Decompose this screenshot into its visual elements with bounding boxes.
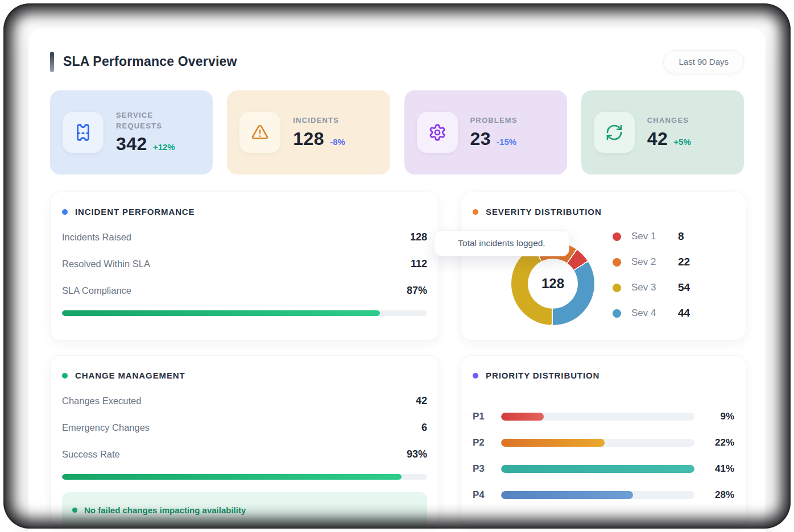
bar-track	[501, 491, 694, 499]
bar-label: P4	[473, 489, 499, 501]
bar-track	[501, 465, 694, 473]
severity-legend: Sev 1 8 Sev 2 22 Sev 3 54 Sev 4 44	[613, 230, 690, 332]
bar-label: P3	[473, 463, 499, 475]
kpi-value: 342	[116, 134, 147, 155]
bar-percent: 9%	[706, 411, 734, 422]
metric-label: Success Rate	[62, 449, 120, 460]
kpi-delta: +5%	[673, 137, 690, 147]
page-title: SLA Performance Overview	[63, 54, 237, 69]
metric-value: 128	[410, 231, 427, 243]
legend-item: Sev 4 44	[613, 306, 690, 320]
metric-row: Resolved Within SLA 112	[62, 258, 427, 270]
metric-value: 112	[411, 258, 427, 270]
kpi-delta: -15%	[497, 137, 516, 147]
legend-item: Sev 1 8	[613, 230, 690, 243]
kpi-card-service-requests: SERVICE REQUESTS 342 +12%	[50, 90, 213, 174]
metric-value: 6	[421, 422, 427, 434]
panel-title: PRIORITY DISTRIBUTION	[486, 371, 599, 380]
metric-row: Incidents Raised 128	[62, 231, 427, 243]
legend-label: Sev 1	[631, 231, 667, 242]
callout-text: No failed changes impacting availability	[84, 505, 246, 515]
purple-dot-icon	[473, 373, 478, 379]
legend-label: Sev 2	[631, 256, 667, 268]
legend-label: Sev 4	[631, 307, 667, 319]
success-rate-progress-fill	[62, 474, 402, 480]
change-management-panel: CHANGE MANAGEMENT Changes Executed 42 Em…	[50, 355, 439, 526]
bar-track	[501, 439, 694, 447]
orange-dot-icon	[473, 209, 478, 215]
metric-label: SLA Compliance	[62, 285, 131, 296]
sev1-dot-icon	[613, 232, 621, 241]
sev3-dot-icon	[613, 284, 621, 292]
title-accent-bar	[50, 52, 54, 72]
panel-title: SEVERITY DISTRIBUTION	[486, 207, 602, 217]
panel-title: INCIDENT PERFORMANCE	[75, 207, 195, 217]
legend-value: 44	[678, 307, 690, 319]
no-failed-changes-callout: No failed changes impacting availability	[62, 492, 427, 527]
kpi-card-incidents: INCIDENTS 128 -8%	[227, 90, 390, 174]
metric-row: Changes Executed 42	[62, 395, 427, 407]
metric-label: Incidents Raised	[62, 232, 131, 243]
bar-track	[501, 413, 694, 421]
kpi-delta: +12%	[153, 142, 175, 152]
severity-distribution-panel: SEVERITY DISTRIBUTION 128 Sev 1 8 Sev 2 …	[461, 192, 746, 340]
kpi-delta: -8%	[330, 137, 345, 147]
bar-fill	[501, 413, 544, 421]
legend-item: Sev 2 22	[613, 255, 690, 269]
metric-row: SLA Compliance 87%	[62, 285, 427, 297]
kpi-value: 23	[470, 128, 491, 149]
green-dot-icon	[72, 508, 77, 513]
metric-row: Success Rate 93%	[62, 448, 427, 460]
priority-bar-row: P1 9%	[473, 412, 734, 421]
metric-label: Resolved Within SLA	[62, 259, 150, 269]
chart-tooltip: Total incidents logged.	[434, 230, 569, 256]
metric-label: Changes Executed	[62, 396, 141, 406]
priority-distribution-panel: PRIORITY DISTRIBUTION P1 9% P2 22% P3 41…	[461, 355, 746, 526]
legend-item: Sev 3 54	[613, 281, 690, 294]
kpi-card-changes: CHANGES 42 +5%	[581, 90, 744, 174]
metric-value: 87%	[407, 285, 427, 297]
bar-label: P1	[473, 411, 499, 422]
blue-dot-icon	[62, 209, 68, 215]
legend-value: 54	[678, 281, 690, 294]
bar-fill	[501, 439, 605, 447]
kpi-card-problems: PROBLEMS 23 -15%	[404, 90, 567, 174]
bar-percent: 22%	[706, 437, 734, 448]
legend-value: 8	[678, 230, 684, 243]
success-rate-progress-track	[62, 474, 427, 480]
sla-compliance-progress-track	[62, 310, 427, 316]
bar-fill	[501, 465, 694, 473]
priority-bar-row: P3 41%	[473, 464, 734, 473]
metric-value: 93%	[407, 448, 427, 460]
metric-value: 42	[416, 395, 427, 407]
kpi-row: SERVICE REQUESTS 342 +12% INCIDENTS 128 …	[50, 90, 744, 174]
kpi-value: 128	[293, 128, 324, 149]
ticket-icon	[63, 112, 104, 153]
metric-row: Emergency Changes 6	[62, 422, 427, 434]
date-range-button[interactable]: Last 90 Days	[663, 50, 744, 73]
gear-icon	[417, 112, 458, 153]
incident-performance-panel: INCIDENT PERFORMANCE Incidents Raised 12…	[50, 192, 439, 340]
kpi-label: INCIDENTS	[293, 115, 345, 126]
priority-bar-row: P2 22%	[473, 438, 734, 447]
warning-icon	[239, 112, 280, 153]
legend-label: Sev 3	[631, 282, 667, 293]
header: SLA Performance Overview Last 90 Days	[50, 50, 744, 73]
bar-fill	[501, 491, 633, 499]
bar-percent: 28%	[706, 489, 734, 501]
sev2-dot-icon	[613, 258, 621, 267]
sla-compliance-progress-fill	[62, 310, 380, 316]
priority-bar-row: P4 28%	[473, 491, 734, 500]
kpi-label: CHANGES	[647, 115, 691, 126]
bar-percent: 41%	[706, 463, 734, 475]
priority-bars: P1 9% P2 22% P3 41% P4 28%	[473, 412, 734, 500]
sla-dashboard-card: SLA Performance Overview Last 90 Days SE…	[28, 27, 766, 532]
metric-label: Emergency Changes	[62, 422, 150, 433]
legend-value: 22	[678, 256, 690, 268]
refresh-icon	[594, 112, 635, 153]
green-dot-icon	[62, 373, 68, 379]
kpi-value: 42	[647, 128, 668, 149]
panel-grid: INCIDENT PERFORMANCE Incidents Raised 12…	[50, 192, 744, 526]
bar-label: P2	[473, 437, 499, 448]
sev4-dot-icon	[613, 309, 621, 318]
